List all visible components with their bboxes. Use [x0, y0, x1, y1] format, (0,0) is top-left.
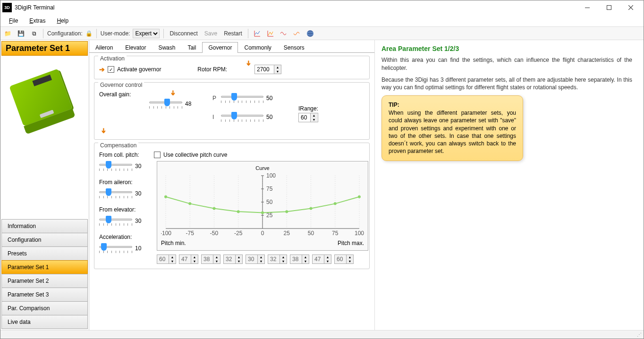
irange-input[interactable]: ▲▼: [298, 113, 318, 122]
p-value: 50: [266, 95, 279, 102]
legend-activation: Activation: [98, 55, 127, 62]
activate-governor-label: Activate governor: [117, 66, 161, 73]
configuration-label: Configuration:: [47, 30, 83, 37]
lock-icon[interactable]: 🔒: [85, 30, 93, 37]
svg-text:-75: -75: [186, 230, 195, 237]
overall-gain-slider[interactable]: [149, 97, 182, 111]
from-coll-slider[interactable]: [99, 159, 132, 173]
svg-text:75: 75: [332, 230, 339, 237]
usermode-select[interactable]: Expert: [133, 29, 160, 38]
wave-icon-2[interactable]: [292, 28, 302, 39]
svg-point-38: [285, 210, 288, 213]
i-label: I: [212, 114, 218, 120]
tab-governor[interactable]: Governor: [202, 42, 238, 53]
tab-elevator[interactable]: Elevator: [119, 42, 152, 53]
p-label: P: [212, 95, 218, 102]
overall-gain-label: Overall gain:: [99, 91, 131, 98]
spin-up-icon[interactable]: ▲: [274, 65, 281, 69]
rotor-rpm-label: Rotor RPM:: [197, 66, 227, 73]
group-compensation: Compensation From coll. pitch: 30 From a…: [94, 143, 370, 269]
copy-icon[interactable]: ⧉: [29, 28, 39, 39]
from-coll-value: 30: [135, 163, 147, 170]
tip-heading: TIP:: [389, 102, 516, 108]
svg-text:0: 0: [261, 230, 264, 237]
open-folder-icon[interactable]: 📁: [2, 28, 13, 39]
minimize-button[interactable]: [576, 0, 598, 15]
wave-icon-1[interactable]: [279, 28, 289, 39]
tab-sensors[interactable]: Sensors: [278, 42, 311, 53]
nav-parameter-set-2[interactable]: Parameter Set 2: [1, 274, 88, 288]
tab-aileron[interactable]: Aileron: [89, 42, 119, 53]
curve-title: Curve: [161, 165, 364, 171]
disconnect-button[interactable]: Disconnect: [168, 29, 199, 38]
nav-live-data[interactable]: Live data: [1, 315, 88, 329]
curve-point-input[interactable]: ▲▼: [201, 254, 220, 264]
use-curve-label: Use collective pitch curve: [163, 152, 227, 158]
chart-icon-2[interactable]: [265, 28, 276, 39]
svg-text:50: 50: [266, 199, 273, 205]
curve-point-input[interactable]: ▲▼: [290, 254, 309, 264]
curve-point-input[interactable]: ▲▼: [312, 254, 331, 264]
curve-point-input[interactable]: ▲▼: [246, 254, 265, 264]
legend-governor-control: Governor control: [98, 82, 144, 88]
curve-values-row: ▲▼▲▼▲▼▲▼▲▼▲▼▲▼▲▼▲▼: [157, 254, 368, 264]
i-slider[interactable]: [221, 110, 263, 124]
window-title: 3DigiR Terminal: [15, 4, 576, 11]
svg-text:100: 100: [266, 173, 276, 179]
nav-information[interactable]: Information: [1, 219, 88, 233]
tip-body: When using the different parameter sets,…: [389, 109, 516, 155]
save-button[interactable]: Save: [203, 29, 219, 38]
chart-icon-1[interactable]: [252, 28, 263, 39]
nav-par-comparison[interactable]: Par. Comparison: [1, 301, 88, 315]
tab-commonly[interactable]: Commonly: [238, 42, 277, 53]
svg-point-33: [164, 195, 167, 198]
svg-text:-25: -25: [234, 230, 243, 237]
toolbar: 📁 💾 ⧉ Configuration: 🔒 User-mode: Expert…: [0, 27, 644, 40]
nav-presets[interactable]: Presets: [1, 246, 88, 261]
use-curve-checkbox[interactable]: [154, 152, 161, 158]
tab-swash[interactable]: Swash: [152, 42, 181, 53]
from-elevator-slider[interactable]: [99, 214, 132, 228]
nav-parameter-set-1[interactable]: Parameter Set 1: [1, 260, 88, 274]
nav-configuration[interactable]: Configuration: [1, 233, 88, 247]
menu-file[interactable]: File: [4, 16, 23, 26]
maximize-button[interactable]: [598, 0, 620, 15]
globe-icon[interactable]: [305, 28, 315, 39]
acceleration-slider[interactable]: [99, 241, 132, 255]
irange-label: IRange:: [298, 105, 318, 112]
menu-extras[interactable]: Extras: [25, 16, 50, 26]
status-bar: ⋰: [0, 330, 644, 339]
arrow-down-icon: ➔: [100, 128, 108, 134]
curve-point-input[interactable]: ▲▼: [334, 254, 354, 264]
close-button[interactable]: [620, 0, 642, 15]
curve-point-input[interactable]: ▲▼: [223, 254, 243, 264]
usermode-label: User-mode:: [101, 30, 130, 37]
from-aileron-slider[interactable]: [99, 186, 132, 201]
device-image: [0, 57, 89, 219]
pitch-min-label: Pitch min.: [161, 240, 186, 246]
help-pane: Area Parameter Set 1/2/3 Within this are…: [374, 40, 644, 330]
svg-point-36: [237, 210, 240, 213]
nav-parameter-set-3[interactable]: Parameter Set 3: [1, 288, 88, 302]
legend-compensation: Compensation: [98, 142, 138, 149]
center-pane: Aileron Elevator Swash Tail Governor Com…: [89, 40, 374, 330]
tab-tail[interactable]: Tail: [181, 42, 202, 53]
spin-down-icon[interactable]: ▼: [274, 69, 281, 74]
p-slider[interactable]: [221, 91, 263, 105]
save-icon[interactable]: 💾: [16, 28, 26, 39]
svg-point-39: [310, 207, 313, 210]
curve-point-input[interactable]: ▲▼: [268, 254, 287, 264]
svg-text:50: 50: [308, 230, 314, 237]
tab-bar: Aileron Elevator Swash Tail Governor Com…: [89, 40, 374, 53]
curve-point-input[interactable]: ▲▼: [179, 254, 198, 264]
menu-help[interactable]: Help: [52, 16, 73, 26]
from-aileron-value: 30: [135, 190, 147, 197]
svg-text:25: 25: [266, 212, 273, 219]
nav-list: Information Configuration Presets Parame…: [0, 219, 89, 330]
activate-governor-checkbox[interactable]: ✓: [108, 66, 114, 73]
pitch-max-label: Pitch max.: [338, 240, 364, 246]
curve-point-input[interactable]: ▲▼: [157, 254, 176, 264]
restart-button[interactable]: Restart: [222, 29, 244, 38]
rotor-rpm-input[interactable]: ▲▼: [254, 65, 281, 74]
svg-rect-1: [607, 6, 611, 10]
